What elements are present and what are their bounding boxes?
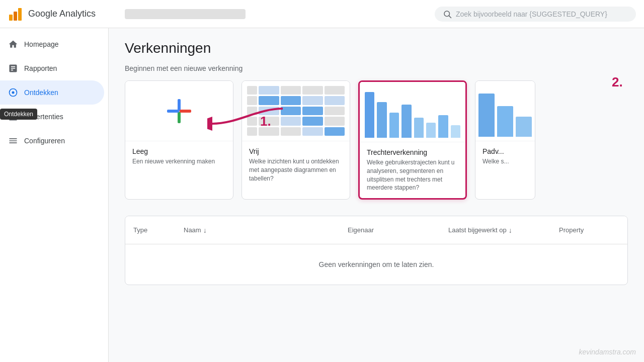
exploration-cards: Leeg Een nieuwe verkenning maken bbox=[125, 80, 628, 200]
card-padv[interactable]: Padv... Welke s... bbox=[475, 80, 535, 200]
explore-icon bbox=[8, 87, 18, 98]
r4c3 bbox=[302, 117, 323, 125]
r1c1 bbox=[259, 86, 279, 95]
annotation-number-1: 1. bbox=[260, 114, 271, 129]
page-content: Verkenningen Beginnen met een nieuwe ver… bbox=[109, 28, 644, 297]
plus-icon-container bbox=[167, 99, 191, 123]
ontdekken-tooltip: Ontdekken bbox=[0, 109, 37, 120]
bar6 bbox=[426, 123, 436, 138]
verkenningen-table: Type Naam ↓ Eigenaar Laatst bijgewerkt o… bbox=[125, 216, 628, 285]
card-leeg-name: Leeg bbox=[132, 147, 226, 155]
funnel-chart bbox=[360, 82, 465, 142]
topbar: Google Analytics bbox=[0, 0, 644, 28]
col-type-label: Type bbox=[133, 226, 147, 234]
bar4 bbox=[401, 105, 411, 138]
svg-rect-2 bbox=[18, 8, 22, 21]
sidebar-label-configureren: Configureren bbox=[24, 137, 65, 145]
reports-icon bbox=[8, 63, 18, 73]
r3c3 bbox=[302, 107, 323, 115]
svg-rect-0 bbox=[9, 15, 13, 21]
section-subtitle: Beginnen met een nieuwe verkenning bbox=[125, 64, 628, 72]
col-eigenaar[interactable]: Eigenaar bbox=[348, 226, 448, 234]
plus-left bbox=[167, 110, 179, 113]
home-icon bbox=[8, 39, 18, 49]
r2c3 bbox=[302, 96, 323, 105]
bar5 bbox=[414, 118, 424, 138]
col-eigenaar-label: Eigenaar bbox=[348, 226, 374, 234]
sidebar-item-configureren[interactable]: Configureren bbox=[0, 129, 104, 153]
r1c3 bbox=[302, 86, 323, 95]
r5c3 bbox=[302, 127, 323, 136]
card-funnel-info: Trechterverkenning Welke gebruikerstraje… bbox=[360, 142, 465, 198]
app-title: Google Analytics bbox=[28, 9, 96, 19]
sidebar: Homepage Rapporten Ontdekken Ontdekken A… bbox=[0, 28, 109, 362]
search-icon bbox=[443, 10, 452, 19]
plus-top bbox=[178, 99, 181, 111]
card-vrij-desc: Welke inzichten kunt u ontdekken met aan… bbox=[249, 157, 343, 183]
col-naam[interactable]: Naam ↓ bbox=[184, 226, 348, 234]
card-funnel-name: Trechterverkenning bbox=[367, 148, 458, 156]
path-chart bbox=[475, 81, 535, 141]
r2c4 bbox=[325, 96, 345, 105]
watermark: kevindamstra.com bbox=[579, 348, 636, 356]
bar2 bbox=[377, 102, 386, 138]
annotation-number-2: 2. bbox=[612, 74, 623, 90]
bar7 bbox=[438, 115, 448, 138]
card-leeg-desc: Een nieuwe verkenning maken bbox=[132, 157, 226, 166]
card-padv-desc: Welke s... bbox=[482, 157, 528, 166]
r1c2 bbox=[281, 86, 301, 95]
col-property[interactable]: Property bbox=[559, 226, 619, 234]
card-funnel-desc: Welke gebruikerstrajecten kunt u analyse… bbox=[367, 158, 458, 192]
r1c4 bbox=[325, 86, 345, 95]
search-input[interactable] bbox=[456, 10, 628, 18]
main-layout: Homepage Rapporten Ontdekken Ontdekken A… bbox=[0, 28, 644, 362]
naam-sort-icon: ↓ bbox=[203, 226, 207, 234]
page-title: Verkenningen bbox=[125, 40, 628, 56]
svg-point-6 bbox=[12, 92, 15, 94]
card-padv-image bbox=[475, 81, 535, 141]
card-padv-info: Padv... Welke s... bbox=[475, 141, 535, 172]
card-trechterverkenning[interactable]: Trechterverkenning Welke gebruikerstraje… bbox=[358, 80, 467, 200]
svg-rect-1 bbox=[14, 12, 17, 21]
bar3 bbox=[389, 113, 399, 138]
main-content-area: Verkenningen Beginnen met een nieuwe ver… bbox=[109, 28, 644, 362]
sidebar-item-homepage[interactable]: Homepage bbox=[0, 32, 104, 56]
account-selector[interactable] bbox=[125, 9, 427, 19]
bar1 bbox=[365, 92, 374, 138]
bijgewerkt-sort-icon: ↓ bbox=[509, 226, 512, 234]
plus-right bbox=[180, 110, 191, 113]
plus-bottom bbox=[178, 112, 181, 123]
r1 bbox=[247, 86, 257, 95]
col-type[interactable]: Type bbox=[133, 226, 184, 234]
col-bijgewerkt-label: Laatst bijgewerkt op bbox=[448, 226, 507, 234]
sidebar-item-rapporten[interactable]: Rapporten bbox=[0, 56, 104, 80]
account-bar bbox=[125, 9, 246, 19]
sidebar-item-ontdekken[interactable]: Ontdekken Ontdekken bbox=[0, 80, 104, 105]
search-bar[interactable] bbox=[435, 7, 636, 22]
r5c4 bbox=[325, 127, 345, 136]
bar8 bbox=[451, 125, 460, 138]
empty-message: Geen verkenningen om te laten zien. bbox=[319, 260, 434, 268]
card-funnel-image bbox=[360, 82, 465, 142]
pbar2 bbox=[497, 106, 513, 137]
ga-logo-icon bbox=[8, 7, 23, 22]
col-property-label: Property bbox=[559, 226, 584, 234]
card-padv-name: Padv... bbox=[482, 147, 528, 155]
card-vrij-info: Vrij Welke inzichten kunt u ontdekken me… bbox=[242, 141, 350, 189]
col-bijgewerkt[interactable]: Laatst bijgewerkt op ↓ bbox=[448, 226, 559, 234]
table-header-row: Type Naam ↓ Eigenaar Laatst bijgewerkt o… bbox=[125, 216, 627, 244]
svg-line-4 bbox=[449, 16, 451, 18]
sidebar-label-rapporten: Rapporten bbox=[24, 64, 57, 72]
sidebar-label-homepage: Homepage bbox=[24, 40, 59, 48]
app-logo: Google Analytics bbox=[8, 7, 117, 22]
pbar3 bbox=[516, 117, 532, 137]
r4c4 bbox=[325, 117, 345, 125]
arrow-annotation-1: 1. bbox=[207, 99, 288, 141]
table-empty-state: Geen verkenningen om te laten zien. bbox=[125, 244, 627, 285]
col-naam-label: Naam bbox=[184, 226, 201, 234]
r3c4 bbox=[325, 107, 345, 115]
card-leeg-info: Leeg Een nieuwe verkenning maken bbox=[125, 141, 233, 172]
pbar1 bbox=[478, 94, 495, 137]
configure-icon bbox=[8, 136, 18, 146]
sidebar-label-ontdekken: Ontdekken bbox=[24, 88, 58, 97]
